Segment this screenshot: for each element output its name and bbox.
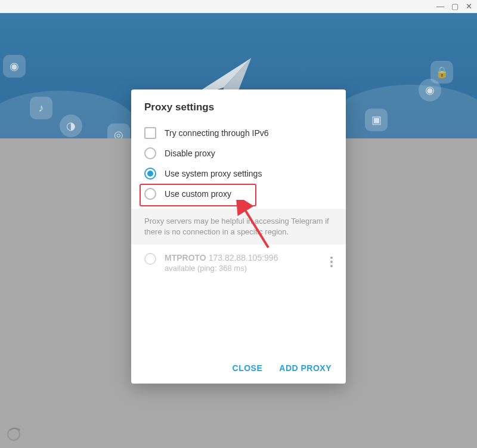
option-label: Disable proxy [165, 149, 215, 158]
maximize-button[interactable]: ▢ [451, 2, 459, 10]
proxy-address: 173.82.88.105:996 [209, 253, 278, 262]
decoration-cloud [328, 85, 477, 138]
option-ipv6[interactable]: Try connecting through IPv6 [131, 123, 346, 143]
radio-icon [144, 168, 156, 180]
option-custom-proxy[interactable]: Use custom proxy [131, 184, 346, 204]
proxy-list-item[interactable]: MTPROTO 173.82.88.105:996 available (pin… [131, 245, 346, 281]
loading-spinner [7, 428, 20, 441]
proxy-info: MTPROTO 173.82.88.105:996 available (pin… [165, 253, 322, 273]
headphones-icon: ◑ [60, 115, 82, 137]
window-titlebar: — ▢ ✕ [0, 0, 477, 13]
checkbox-icon [144, 127, 156, 139]
lock-icon: 🔒 [430, 61, 453, 84]
more-options-button[interactable] [330, 253, 333, 267]
option-disable-proxy[interactable]: Disable proxy [131, 143, 346, 163]
radio-icon [144, 253, 156, 265]
modal-title: Proxy settings [131, 89, 346, 123]
photo-icon: ▣ [365, 109, 388, 131]
close-window-button[interactable]: ✕ [466, 2, 472, 10]
radio-icon [144, 188, 156, 200]
option-system-proxy[interactable]: Use system proxy settings [131, 163, 346, 184]
proxy-protocol: MTPROTO [165, 253, 206, 262]
helper-text: Proxy servers may be helpful in accessin… [131, 209, 346, 245]
minimize-button[interactable]: — [436, 2, 444, 10]
add-proxy-button[interactable]: ADD PROXY [279, 363, 332, 373]
camera-icon: ◎ [107, 123, 130, 138]
close-button[interactable]: CLOSE [233, 363, 263, 373]
proxy-settings-modal: Proxy settings Try connecting through IP… [131, 89, 346, 384]
option-label: Try connecting through IPv6 [165, 128, 269, 138]
option-label: Use custom proxy [165, 189, 231, 199]
decoration-icon: ◉ [3, 55, 26, 78]
proxy-status: available (ping: 368 ms) [165, 264, 322, 273]
radio-icon [144, 147, 156, 159]
music-icon: ♪ [30, 97, 52, 119]
modal-footer: CLOSE ADD PROXY [131, 353, 346, 384]
option-label: Use system proxy settings [165, 169, 262, 178]
